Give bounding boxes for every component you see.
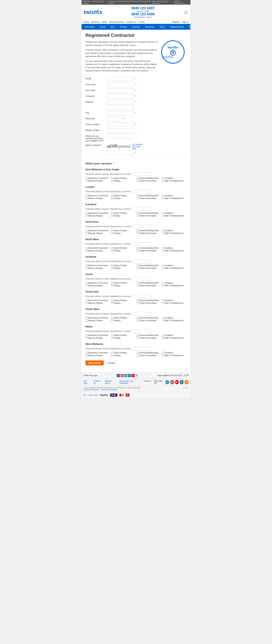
checkbox-6-0[interactable] — [85, 282, 88, 284]
checkbox-3-3[interactable] — [162, 230, 164, 232]
checkbox-9-5[interactable] — [111, 337, 113, 339]
checkbox-7-5[interactable] — [111, 302, 113, 304]
checkbox-7-7[interactable] — [162, 302, 164, 304]
checkbox-10-5[interactable] — [111, 354, 113, 356]
checkbox-3-1[interactable] — [111, 230, 113, 232]
checkbox-5-1[interactable] — [111, 264, 113, 266]
pinterest-icon[interactable]: P — [131, 374, 135, 377]
checkbox-1-5[interactable] — [111, 197, 113, 200]
checkbox-2-4[interactable] — [85, 215, 88, 217]
cart-icon[interactable]: 🛒 — [184, 10, 188, 14]
checkbox-2-2[interactable] — [137, 212, 139, 214]
checkbox-5-5[interactable] — [111, 267, 113, 269]
checkbox-10-3[interactable] — [162, 352, 164, 354]
company-field[interactable] — [107, 94, 134, 98]
checkbox-1-1[interactable] — [111, 194, 113, 197]
postcode-input-4[interactable] — [132, 242, 152, 246]
checkbox-6-6[interactable] — [137, 284, 139, 287]
checkbox-10-4[interactable] — [85, 354, 88, 356]
checkbox-8-4[interactable] — [85, 320, 88, 322]
checkbox-6-2[interactable] — [137, 282, 139, 284]
checkbox-2-6[interactable] — [137, 215, 139, 217]
cat-fixings[interactable]: Fixings — [117, 24, 129, 30]
address-field-2[interactable] — [107, 105, 134, 110]
checkbox-2-3[interactable] — [162, 212, 164, 214]
nav-help[interactable]: Help and Advice — [109, 21, 124, 23]
banner-link-1[interactable]: Wall Ties - A Simple, Strong Solution — [83, 0, 108, 4]
footer-sitemap[interactable]: Site map — [84, 380, 90, 384]
footer-website-library[interactable]: Website library — [105, 380, 116, 384]
submit-button[interactable]: Buy with ▶ — [85, 360, 104, 366]
checkbox-2-0[interactable] — [85, 212, 88, 214]
checkbox-4-6[interactable] — [137, 250, 139, 252]
terms-link[interactable]: Terms and Conditions — [101, 389, 118, 391]
nav-news[interactable]: News — [102, 21, 107, 23]
checkbox-4-1[interactable] — [111, 247, 113, 249]
social-youtube[interactable]: ▶ — [175, 380, 179, 384]
checkbox-9-3[interactable] — [162, 334, 164, 336]
nav-register[interactable]: Register — [172, 21, 180, 23]
postcode-input-1[interactable] — [132, 190, 152, 194]
checkbox-1-6[interactable] — [137, 197, 139, 200]
checkbox-3-4[interactable] — [85, 232, 88, 234]
social-twitter[interactable]: t — [165, 380, 169, 384]
checkbox-4-0[interactable] — [85, 247, 88, 249]
checkbox-4-7[interactable] — [162, 250, 164, 252]
checkbox-10-0[interactable] — [85, 352, 88, 354]
postcode-input-9[interactable] — [132, 330, 152, 333]
captcha-get-audio[interactable]: Get audio — [132, 146, 143, 148]
checkbox-7-1[interactable] — [111, 299, 113, 302]
nav-forum[interactable]: Forum — [138, 21, 145, 23]
checkbox-3-7[interactable] — [162, 232, 164, 234]
nav-home[interactable]: Home — [84, 21, 89, 23]
search-icon[interactable]: 🔍 — [186, 24, 190, 30]
twitter-icon[interactable]: t — [124, 374, 127, 377]
checkbox-2-5[interactable] — [111, 215, 113, 217]
google-plus-icon[interactable]: g+ — [120, 374, 123, 377]
checkbox-3-0[interactable] — [85, 230, 88, 232]
checkbox-3-2[interactable] — [137, 230, 139, 232]
cat-structural[interactable]: Structural — [142, 24, 157, 30]
checkbox-9-0[interactable] — [85, 334, 88, 336]
nav-about[interactable]: About us — [91, 21, 99, 23]
postcode-input-5[interactable] — [132, 260, 152, 263]
postcode-input-10[interactable] — [132, 347, 152, 350]
checkbox-10-7[interactable] — [162, 354, 164, 356]
footer-partners[interactable]: Partners — [144, 380, 151, 384]
cat-waterproofing[interactable]: Waterproofing — [167, 24, 186, 30]
checkbox-4-4[interactable] — [85, 250, 88, 252]
checkbox-1-2[interactable] — [137, 194, 139, 197]
postcode-input-7[interactable] — [132, 295, 152, 298]
checkbox-2-1[interactable] — [111, 212, 113, 214]
checkbox-6-4[interactable] — [85, 284, 88, 287]
checkbox-4-5[interactable] — [111, 250, 113, 252]
checkbox-5-0[interactable] — [85, 264, 88, 266]
checkbox-3-5[interactable] — [111, 232, 113, 234]
checkbox-0-5[interactable] — [111, 180, 113, 182]
checkbox-9-7[interactable] — [162, 337, 164, 339]
checkbox-9-6[interactable] — [137, 337, 139, 339]
supplies-field[interactable] — [107, 134, 138, 138]
checkbox-9-1[interactable] — [111, 334, 113, 336]
checkbox-5-7[interactable] — [162, 267, 164, 269]
checkbox-0-3[interactable] — [162, 177, 164, 179]
checkbox-6-1[interactable] — [111, 282, 113, 284]
address-field-1[interactable] — [107, 100, 134, 104]
checkbox-7-2[interactable] — [137, 299, 139, 302]
cat-damp[interactable]: Damp — [97, 24, 108, 30]
checkbox-7-6[interactable] — [137, 302, 139, 304]
cat-chemicals[interactable]: Chemicals — [82, 24, 97, 30]
social-linkedin[interactable]: in — [180, 380, 184, 384]
captcha-get-another[interactable]: Get another — [132, 143, 143, 146]
checkbox-10-1[interactable] — [111, 352, 113, 354]
checkbox-0-1[interactable] — [111, 177, 113, 179]
banner-link-2[interactable]: A Secure, Comfortable and Convenient Chr… — [108, 0, 152, 4]
checkbox-0-7[interactable] — [162, 180, 164, 182]
postcode-input-2[interactable] — [132, 207, 152, 211]
checkbox-1-7[interactable] — [162, 197, 164, 200]
checkbox-8-2[interactable] — [137, 317, 139, 319]
checkbox-9-4[interactable] — [85, 337, 88, 339]
cat-roofing[interactable]: Roofing — [129, 24, 143, 30]
facebook-icon[interactable]: f — [117, 374, 120, 377]
checkbox-7-4[interactable] — [85, 302, 88, 304]
